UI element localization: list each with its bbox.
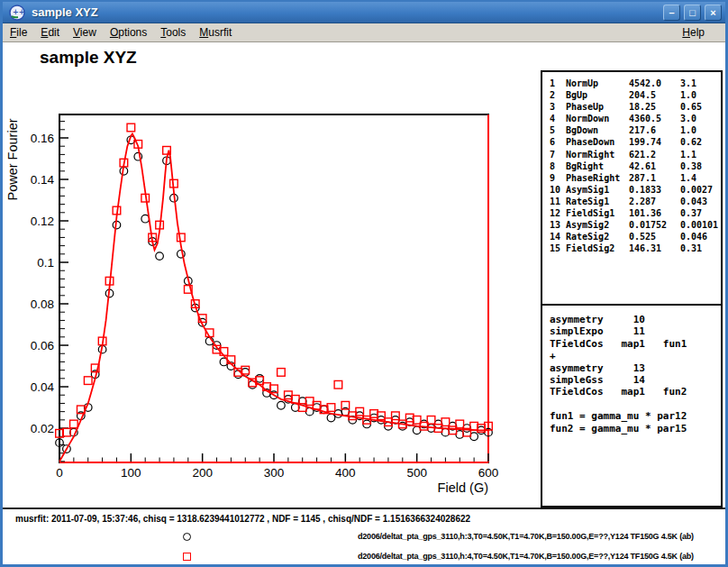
x-tick-label: 300 bbox=[264, 466, 285, 480]
parameter-row: 3PhaseUp18.250.65 bbox=[550, 101, 721, 113]
menubar: FileEditViewOptionsToolsMusrfit Help bbox=[3, 23, 725, 42]
legend-row: d2006/deltat_pta_gps_3110,h:4,T0=4.50K,T… bbox=[3, 551, 725, 563]
fit-info-panel: 1NormUp4542.03.12BgUp204.51.03PhaseUp18.… bbox=[541, 70, 723, 508]
x-tick-label: 500 bbox=[406, 466, 427, 480]
parameter-table: 1NormUp4542.03.12BgUp204.51.03PhaseUp18.… bbox=[542, 72, 721, 254]
parameter-row: 1NormUp4542.03.1 bbox=[550, 78, 721, 89]
data-point-square bbox=[127, 123, 135, 132]
plot-title: sample XYZ bbox=[40, 48, 137, 68]
parameter-row: 14RateSig20.5250.046 bbox=[550, 231, 721, 242]
menu-item-edit[interactable]: Edit bbox=[41, 26, 59, 39]
root-app-icon: ++ bbox=[9, 5, 25, 21]
parameter-row: 9PhaseRight287.11.4 bbox=[550, 172, 721, 184]
legend-label: d2006/deltat_pta_gps_3110,h:4,T0=4.50K,T… bbox=[358, 552, 694, 561]
x-tick-label: 600 bbox=[478, 466, 499, 480]
parameter-row: 7NormRight621.21.1 bbox=[550, 149, 721, 160]
y-tick-label: 0.08 bbox=[31, 297, 54, 311]
data-point-square bbox=[177, 233, 186, 242]
y-tick-label: 0.06 bbox=[31, 339, 54, 352]
menu-items: FileEditViewOptionsToolsMusrfit bbox=[10, 26, 245, 39]
data-point-square bbox=[70, 420, 78, 428]
plot-canvas: 01002003004005006000.020.040.060.080.10.… bbox=[3, 42, 725, 508]
svg-text:++: ++ bbox=[13, 8, 24, 16]
menu-item-tools[interactable]: Tools bbox=[160, 26, 186, 39]
maximize-button[interactable]: □ bbox=[684, 5, 701, 21]
window-buttons: –□× bbox=[660, 4, 722, 21]
parameter-row: 2BgUp204.51.0 bbox=[550, 89, 721, 101]
parameter-row: 10AsymSig10.18330.0027 bbox=[550, 184, 721, 196]
circle-marker-icon bbox=[183, 533, 191, 541]
panel-divider bbox=[542, 304, 721, 306]
y-tick-label: 0.04 bbox=[31, 380, 55, 394]
close-button[interactable]: × bbox=[705, 5, 722, 21]
data-point-circle bbox=[156, 252, 164, 261]
data-point-square bbox=[334, 380, 342, 389]
y-tick-label: 0.16 bbox=[31, 132, 54, 145]
application-window: ++ sample XYZ –□× FileEditViewOptionsToo… bbox=[0, 0, 728, 567]
menu-item-options[interactable]: Options bbox=[110, 26, 147, 39]
parameter-row: 4NormDown4360.53.0 bbox=[550, 113, 721, 124]
x-tick-label: 400 bbox=[335, 466, 356, 480]
statusbar: musrfit: 2011-07-09, 15:37:46, chisq = 1… bbox=[3, 508, 725, 564]
y-tick-label: 0.1 bbox=[37, 256, 54, 270]
y-tick-label: 0.14 bbox=[31, 173, 55, 187]
data-point-circle bbox=[278, 401, 286, 409]
parameter-row: 12FieldSig1101.360.37 bbox=[550, 207, 721, 219]
square-marker-icon bbox=[183, 553, 191, 561]
menu-item-musrfit[interactable]: Musrfit bbox=[199, 26, 232, 39]
parameter-row: 15FieldSig2146.310.31 bbox=[550, 242, 721, 254]
menu-item-help[interactable]: Help bbox=[682, 26, 705, 39]
x-tick-label: 100 bbox=[121, 466, 141, 480]
x-tick-label: 0 bbox=[56, 466, 63, 480]
data-point-square bbox=[84, 377, 92, 385]
legend-row: d2006/deltat_pta_gps_3110,h:3,T0=4.50K,T… bbox=[3, 531, 725, 544]
data-point-circle bbox=[327, 414, 335, 422]
y-tick-label: 0.12 bbox=[31, 215, 54, 228]
theory-block: asymmetry 10 simplExpo 11 TFieldCos map1… bbox=[550, 314, 687, 434]
y-tick-label: 0.02 bbox=[31, 422, 54, 435]
minimize-button[interactable]: – bbox=[663, 5, 680, 21]
fit-curve bbox=[59, 133, 488, 461]
parameter-row: 11RateSig12.2870.043 bbox=[550, 196, 721, 207]
menu-item-file[interactable]: File bbox=[10, 26, 27, 39]
y-axis-title: Power Fourier bbox=[5, 118, 20, 200]
parameter-row: 6PhaseDown199.740.62 bbox=[550, 136, 721, 148]
window-title: sample XYZ bbox=[32, 5, 660, 19]
titlebar[interactable]: ++ sample XYZ –□× bbox=[3, 2, 725, 23]
parameter-row: 5BgDown217.61.0 bbox=[550, 124, 721, 136]
x-tick-label: 200 bbox=[192, 466, 213, 480]
fit-statistics-text: musrfit: 2011-07-09, 15:37:46, chisq = 1… bbox=[15, 514, 470, 524]
parameter-row: 13AsymSig20.017520.00101 bbox=[550, 219, 721, 231]
legend-label: d2006/deltat_pta_gps_3110,h:3,T0=4.50K,T… bbox=[358, 532, 694, 541]
menu-item-view[interactable]: View bbox=[73, 26, 96, 39]
x-axis-title: Field (G) bbox=[438, 480, 488, 495]
parameter-row: 8BgRight42.610.38 bbox=[550, 160, 721, 172]
data-point-square bbox=[278, 369, 286, 377]
